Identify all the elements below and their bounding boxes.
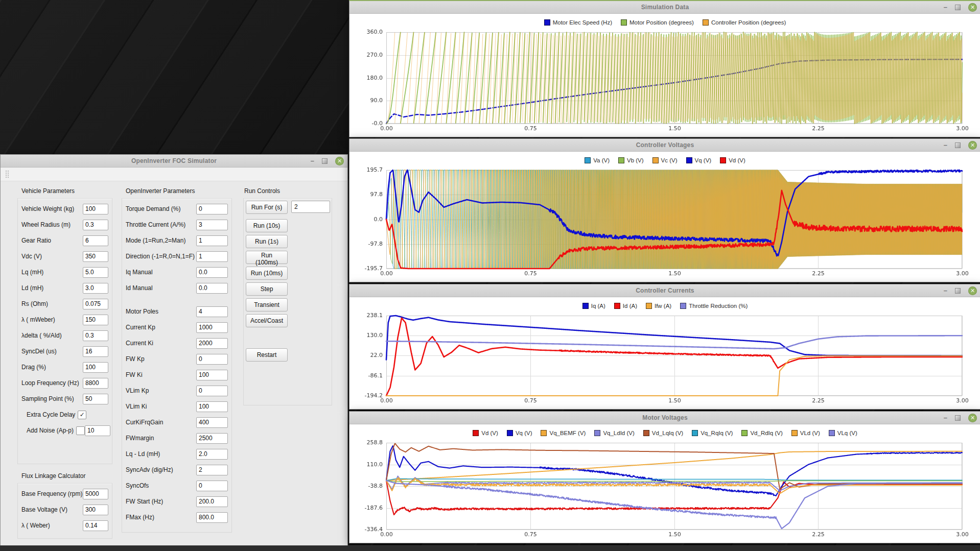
run-button[interactable]: Transient (246, 298, 288, 312)
field-input[interactable] (196, 235, 228, 246)
legend-item[interactable]: Vd_LqIq (V) (643, 430, 683, 436)
close-icon[interactable]: ✕ (968, 286, 977, 295)
run-button[interactable]: Step (246, 282, 288, 296)
field-input[interactable] (83, 330, 108, 341)
legend-item[interactable]: Vq_LdId (V) (594, 430, 634, 436)
legend-item[interactable]: Controller Position (degrees) (703, 19, 786, 26)
field-input[interactable] (196, 322, 228, 333)
minimize-icon[interactable]: – (944, 288, 947, 293)
field-input[interactable] (196, 386, 228, 396)
field-input[interactable] (196, 220, 228, 230)
motor-voltages-titlebar[interactable]: Motor Voltages – ✕ (349, 412, 980, 424)
restore-icon[interactable] (955, 288, 961, 294)
drag-grip-icon[interactable] (5, 170, 9, 179)
field-input[interactable] (196, 251, 228, 262)
field-input[interactable] (196, 433, 228, 444)
field-input[interactable] (196, 204, 228, 214)
field-input[interactable] (196, 496, 228, 507)
field-input[interactable] (196, 283, 228, 294)
legend-item[interactable]: Vc (V) (652, 157, 678, 163)
field-input[interactable] (196, 267, 228, 278)
field-row: Current Kp (126, 321, 228, 333)
field-input[interactable] (83, 505, 108, 515)
simulation-data-titlebar[interactable]: Simulation Data – ✕ (349, 1, 980, 14)
field-input[interactable] (83, 346, 108, 357)
field-input[interactable] (83, 489, 108, 499)
run-button[interactable]: Run (10ms) (246, 267, 288, 280)
legend-item[interactable]: Motor Position (degrees) (621, 19, 694, 26)
field-input[interactable] (83, 283, 108, 294)
field-input[interactable] (196, 449, 228, 460)
field-input[interactable] (83, 362, 108, 373)
field-input[interactable] (83, 394, 108, 404)
field-input[interactable] (196, 401, 228, 412)
field-input[interactable] (196, 354, 228, 365)
field-input[interactable] (196, 465, 228, 475)
close-icon[interactable]: ✕ (968, 414, 977, 422)
field-input[interactable] (196, 306, 228, 317)
simulator-titlebar[interactable]: OpenInverter FOC Simulator – ✕ (1, 155, 347, 167)
field-input[interactable] (83, 315, 108, 325)
field-input[interactable] (83, 235, 108, 246)
legend-item[interactable]: Ifw (A) (646, 303, 671, 309)
run-for-input[interactable] (291, 201, 330, 213)
restore-icon[interactable] (955, 142, 961, 148)
field-input[interactable] (83, 204, 108, 214)
legend-item[interactable]: Vd_RdIq (V) (741, 430, 782, 436)
run-button[interactable]: Run (100ms) (246, 251, 288, 264)
checkbox-checked[interactable]: ✓ (78, 411, 86, 419)
taskbar[interactable] (0, 545, 980, 551)
legend-item[interactable]: VLd (V) (791, 430, 820, 436)
minimize-icon[interactable]: – (944, 142, 947, 148)
close-icon[interactable]: ✕ (968, 3, 977, 12)
legend-item[interactable]: Vq_BEMF (V) (541, 430, 586, 436)
legend-item[interactable]: VLq (V) (829, 430, 857, 436)
field-input[interactable] (196, 481, 228, 491)
controller-voltages-titlebar[interactable]: Controller Voltages – ✕ (349, 139, 980, 152)
restore-icon[interactable] (955, 5, 961, 10)
close-icon[interactable]: ✕ (968, 141, 977, 150)
close-icon[interactable]: ✕ (335, 157, 344, 165)
legend-item[interactable]: Vd (V) (720, 157, 745, 163)
field-label: Extra Cycle Delay (27, 411, 75, 418)
legend-item[interactable]: Va (V) (585, 157, 610, 163)
legend-item[interactable]: Vq (V) (686, 157, 712, 163)
run-button[interactable]: Accel/Coast (246, 314, 288, 327)
legend-item[interactable]: Iq (A) (582, 303, 605, 309)
field-label: Mode (1=Run,2=Man) (126, 237, 185, 244)
legend-item[interactable]: Vq_RqIq (V) (692, 430, 733, 436)
run-button[interactable]: Run (1s) (246, 235, 288, 248)
minimize-icon[interactable]: – (311, 158, 314, 163)
field-input[interactable] (83, 299, 108, 309)
motor-voltages-chart-canvas (355, 440, 975, 540)
run-for-button[interactable]: Run For (s) (246, 201, 288, 214)
simulation-data-chart-canvas (355, 29, 975, 134)
legend-item[interactable]: Motor Elec Speed (Hz) (544, 19, 612, 26)
legend-item[interactable]: Vb (V) (618, 157, 644, 163)
restart-button[interactable]: Restart (246, 348, 288, 362)
field-input[interactable] (83, 251, 108, 262)
field-row: Rs (Ohm) (21, 298, 108, 310)
field-input[interactable] (83, 220, 108, 230)
minimize-icon[interactable]: – (944, 415, 947, 420)
run-button[interactable]: Run (10s) (246, 219, 288, 232)
field-input[interactable] (196, 338, 228, 349)
field-input[interactable] (83, 267, 108, 278)
field-input[interactable] (83, 378, 108, 389)
field-input[interactable] (196, 512, 228, 523)
restore-icon[interactable] (955, 415, 961, 421)
legend-item[interactable]: Throttle Reduction (%) (680, 303, 748, 309)
restore-icon[interactable] (322, 158, 328, 164)
field-input[interactable] (196, 417, 228, 428)
legend-label: Va (V) (593, 157, 610, 163)
field-row: Iq Manual (126, 266, 228, 278)
legend-item[interactable]: Vq (V) (507, 430, 532, 436)
field-input[interactable] (196, 370, 228, 380)
controller-currents-titlebar[interactable]: Controller Currents – ✕ (349, 284, 980, 297)
minimize-icon[interactable]: – (944, 5, 947, 10)
checkbox-unchecked[interactable] (76, 426, 85, 435)
field-input[interactable] (83, 520, 108, 531)
field-input[interactable] (85, 425, 110, 436)
legend-item[interactable]: Id (A) (614, 303, 637, 309)
legend-item[interactable]: Vd (V) (473, 430, 498, 436)
